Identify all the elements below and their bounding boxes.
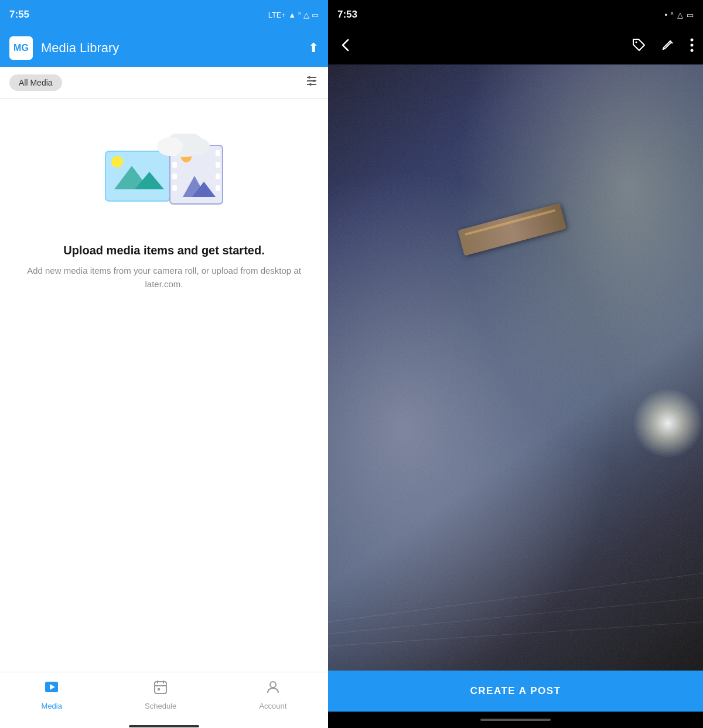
account-icon xyxy=(265,679,281,699)
svg-rect-16 xyxy=(216,162,220,168)
more-options-icon[interactable] xyxy=(690,38,694,56)
photo-area xyxy=(328,64,703,671)
status-icons-left: LTE+ ▲ ᴿ △ ▭ xyxy=(268,11,319,19)
empty-description: Add new media items from your camera rol… xyxy=(14,264,314,291)
nav-item-account[interactable]: Account xyxy=(259,679,286,710)
battery-icon-right: ▭ xyxy=(687,11,694,19)
svg-rect-15 xyxy=(216,150,220,156)
signal-icon-2: ᴿ xyxy=(298,11,301,19)
empty-state: Upload media items and get started. Add … xyxy=(0,98,328,672)
create-post-button[interactable]: CREATE A POST xyxy=(328,671,703,712)
time-right: 7:53 xyxy=(337,9,357,21)
back-button[interactable] xyxy=(337,37,354,57)
svg-point-5 xyxy=(309,83,312,86)
media-illustration xyxy=(100,134,228,227)
empty-title: Upload media items and get started. xyxy=(63,244,264,257)
svg-point-34 xyxy=(691,39,694,42)
toolbar-icons xyxy=(632,38,694,56)
nav-label-schedule: Schedule xyxy=(145,702,176,710)
avatar: MG xyxy=(9,36,33,60)
svg-point-36 xyxy=(691,49,694,52)
create-post-label: CREATE A POST xyxy=(470,685,561,697)
svg-point-3 xyxy=(308,76,310,79)
nav-item-media[interactable]: Media xyxy=(42,679,62,710)
dot-indicator: • xyxy=(664,11,667,19)
bottom-nav: Media Schedule xyxy=(0,672,328,724)
filter-bar: All Media xyxy=(0,67,328,98)
svg-point-4 xyxy=(313,80,315,82)
svg-rect-31 xyxy=(158,688,160,690)
signal-icon-3: △ xyxy=(303,11,309,19)
upload-icon[interactable]: ⬆ xyxy=(308,40,319,56)
home-bar-left xyxy=(129,725,199,727)
photo-simulation xyxy=(328,64,703,671)
time-left: 7:55 xyxy=(9,9,29,21)
status-bar-left: 7:55 LTE+ ▲ ᴿ △ ▭ xyxy=(0,0,328,29)
svg-line-38 xyxy=(328,574,703,622)
svg-point-23 xyxy=(157,137,183,156)
toolbar-right xyxy=(328,29,703,64)
signal-r-icon: ᴿ xyxy=(671,11,674,19)
svg-rect-14 xyxy=(172,185,177,191)
media-icon xyxy=(43,679,60,699)
svg-point-9 xyxy=(111,156,123,168)
edit-icon[interactable] xyxy=(661,38,676,56)
home-indicator-left xyxy=(0,724,328,728)
left-panel: 7:55 LTE+ ▲ ᴿ △ ▭ MG Media Library ⬆ All… xyxy=(0,0,328,728)
battery-icon: ▭ xyxy=(312,11,319,19)
svg-point-24 xyxy=(186,138,210,155)
filter-icon[interactable] xyxy=(305,74,319,91)
right-panel: 7:53 • ᴿ △ ▭ xyxy=(328,0,703,728)
surface-lines xyxy=(328,428,703,671)
lte-indicator: LTE+ xyxy=(268,11,286,19)
svg-rect-13 xyxy=(172,174,177,179)
svg-rect-27 xyxy=(155,682,166,693)
schedule-icon xyxy=(152,679,169,699)
svg-point-35 xyxy=(691,44,694,47)
all-media-chip[interactable]: All Media xyxy=(9,74,62,91)
svg-line-40 xyxy=(328,622,703,646)
home-bar-right xyxy=(480,719,551,721)
nav-label-media: Media xyxy=(42,702,62,710)
tag-icon[interactable] xyxy=(632,38,647,56)
app-header: MG Media Library ⬆ xyxy=(0,29,328,67)
svg-point-32 xyxy=(270,682,276,688)
app-title: Media Library xyxy=(41,40,300,56)
svg-point-33 xyxy=(636,42,637,43)
svg-rect-17 xyxy=(216,174,220,179)
signal-icon: ▲ xyxy=(288,11,296,19)
nav-item-schedule[interactable]: Schedule xyxy=(145,679,176,710)
status-icons-right: • ᴿ △ ▭ xyxy=(664,11,694,19)
signal-bar-icon: △ xyxy=(677,11,683,19)
svg-rect-12 xyxy=(172,162,177,168)
home-indicator-right xyxy=(328,712,703,728)
nav-label-account: Account xyxy=(259,702,286,710)
svg-line-39 xyxy=(328,598,703,634)
svg-rect-18 xyxy=(216,185,220,191)
status-bar-right: 7:53 • ᴿ △ ▭ xyxy=(328,0,703,29)
